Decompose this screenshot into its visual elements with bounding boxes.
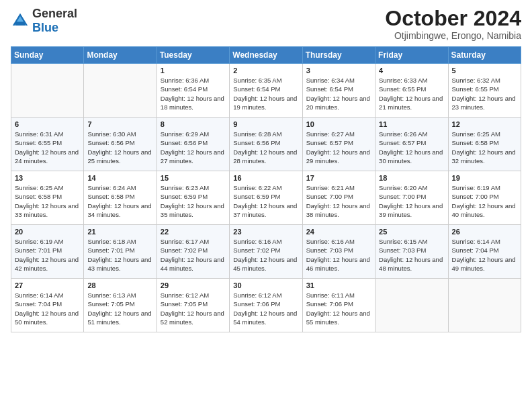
calendar-cell: 23Sunrise: 6:16 AMSunset: 7:02 PMDayligh… [230,225,302,279]
calendar-cell: 28Sunrise: 6:13 AMSunset: 7:05 PMDayligh… [84,279,157,332]
calendar-cell: 5Sunrise: 6:32 AMSunset: 6:55 PMDaylight… [448,64,521,118]
col-saturday: Saturday [448,47,521,64]
day-info: Sunrise: 6:19 AMSunset: 7:00 PMDaylight:… [452,183,517,219]
day-number: 23 [233,228,298,236]
header-row: Sunday Monday Tuesday Wednesday Thursday… [11,47,521,64]
day-info: Sunrise: 6:23 AMSunset: 6:59 PMDaylight:… [161,183,226,219]
day-number: 5 [452,66,517,75]
calendar-header: Sunday Monday Tuesday Wednesday Thursday… [11,47,521,64]
calendar-cell: 13Sunrise: 6:25 AMSunset: 6:58 PMDayligh… [11,171,84,225]
day-info: Sunrise: 6:32 AMSunset: 6:55 PMDaylight:… [452,76,517,111]
day-info: Sunrise: 6:14 AMSunset: 7:04 PMDaylight:… [452,237,517,273]
day-info: Sunrise: 6:34 AMSunset: 6:54 PMDaylight:… [306,76,371,111]
day-number: 3 [306,66,371,75]
calendar-week-4: 20Sunrise: 6:19 AMSunset: 7:01 PMDayligh… [11,225,521,279]
day-number: 29 [161,281,226,289]
calendar-week-1: 1Sunrise: 6:36 AMSunset: 6:54 PMDaylight… [11,64,521,118]
day-number: 20 [15,228,80,236]
day-number: 31 [306,281,371,289]
day-number: 7 [87,120,152,128]
day-number: 4 [379,66,444,75]
day-number: 11 [379,120,444,128]
day-number: 10 [306,120,371,128]
day-info: Sunrise: 6:12 AMSunset: 7:06 PMDaylight:… [233,291,298,326]
day-number: 6 [15,120,80,128]
logo: General Blue [11,7,77,35]
calendar-cell: 26Sunrise: 6:14 AMSunset: 7:04 PMDayligh… [448,225,521,279]
logo-blue: Blue [32,21,58,34]
col-thursday: Thursday [302,47,375,64]
day-info: Sunrise: 6:18 AMSunset: 7:01 PMDaylight:… [87,237,152,273]
day-number: 27 [15,281,80,289]
calendar-cell: 25Sunrise: 6:15 AMSunset: 7:03 PMDayligh… [375,225,448,279]
col-monday: Monday [84,47,157,64]
day-info: Sunrise: 6:20 AMSunset: 7:00 PMDaylight:… [379,183,444,219]
day-info: Sunrise: 6:26 AMSunset: 6:57 PMDaylight:… [379,130,444,165]
logo-icon [11,11,30,30]
calendar-cell: 29Sunrise: 6:12 AMSunset: 7:05 PMDayligh… [157,279,229,332]
day-info: Sunrise: 6:30 AMSunset: 6:56 PMDaylight:… [87,130,152,165]
location-subtitle: Otjimbingwe, Erongo, Namibia [385,30,521,41]
calendar-cell: 31Sunrise: 6:11 AMSunset: 7:06 PMDayligh… [302,279,375,332]
day-info: Sunrise: 6:15 AMSunset: 7:03 PMDaylight:… [379,237,444,273]
calendar-body: 1Sunrise: 6:36 AMSunset: 6:54 PMDaylight… [11,64,521,332]
calendar-cell: 24Sunrise: 6:16 AMSunset: 7:03 PMDayligh… [302,225,375,279]
col-friday: Friday [375,47,448,64]
day-info: Sunrise: 6:11 AMSunset: 7:06 PMDaylight:… [306,291,371,326]
day-info: Sunrise: 6:16 AMSunset: 7:03 PMDaylight:… [306,237,371,273]
calendar-cell: 20Sunrise: 6:19 AMSunset: 7:01 PMDayligh… [11,225,84,279]
day-number: 19 [452,174,517,182]
day-info: Sunrise: 6:12 AMSunset: 7:05 PMDaylight:… [161,291,226,326]
day-number: 25 [379,228,444,236]
calendar-cell [375,279,448,332]
calendar-cell: 21Sunrise: 6:18 AMSunset: 7:01 PMDayligh… [84,225,157,279]
svg-rect-2 [15,21,25,26]
day-info: Sunrise: 6:17 AMSunset: 7:02 PMDaylight:… [161,237,226,273]
day-info: Sunrise: 6:16 AMSunset: 7:02 PMDaylight:… [233,237,298,273]
calendar-cell: 9Sunrise: 6:28 AMSunset: 6:56 PMDaylight… [230,118,302,171]
calendar-cell: 11Sunrise: 6:26 AMSunset: 6:57 PMDayligh… [375,118,448,171]
day-number: 8 [161,120,226,128]
calendar-cell: 18Sunrise: 6:20 AMSunset: 7:00 PMDayligh… [375,171,448,225]
calendar-cell: 12Sunrise: 6:25 AMSunset: 6:58 PMDayligh… [448,118,521,171]
calendar-cell: 19Sunrise: 6:19 AMSunset: 7:00 PMDayligh… [448,171,521,225]
day-number: 16 [233,174,298,182]
calendar-week-3: 13Sunrise: 6:25 AMSunset: 6:58 PMDayligh… [11,171,521,225]
day-info: Sunrise: 6:29 AMSunset: 6:56 PMDaylight:… [161,130,226,165]
day-info: Sunrise: 6:36 AMSunset: 6:54 PMDaylight:… [161,76,226,111]
calendar-cell: 14Sunrise: 6:24 AMSunset: 6:58 PMDayligh… [84,171,157,225]
calendar-cell: 2Sunrise: 6:35 AMSunset: 6:54 PMDaylight… [230,64,302,118]
header: General Blue October 2024 Otjimbingwe, E… [11,7,521,41]
calendar-week-5: 27Sunrise: 6:14 AMSunset: 7:04 PMDayligh… [11,279,521,332]
day-info: Sunrise: 6:25 AMSunset: 6:58 PMDaylight:… [452,130,517,165]
calendar-cell: 3Sunrise: 6:34 AMSunset: 6:54 PMDaylight… [302,64,375,118]
day-number: 2 [233,66,298,75]
calendar-cell [84,64,157,118]
day-number: 26 [452,228,517,236]
page: General Blue October 2024 Otjimbingwe, E… [0,0,532,411]
day-info: Sunrise: 6:25 AMSunset: 6:58 PMDaylight:… [15,183,80,219]
day-info: Sunrise: 6:35 AMSunset: 6:54 PMDaylight:… [233,76,298,111]
day-info: Sunrise: 6:14 AMSunset: 7:04 PMDaylight:… [15,291,80,326]
day-info: Sunrise: 6:33 AMSunset: 6:55 PMDaylight:… [379,76,444,111]
calendar-cell: 16Sunrise: 6:22 AMSunset: 6:59 PMDayligh… [230,171,302,225]
calendar-cell: 10Sunrise: 6:27 AMSunset: 6:57 PMDayligh… [302,118,375,171]
day-info: Sunrise: 6:24 AMSunset: 6:58 PMDaylight:… [87,183,152,219]
day-info: Sunrise: 6:21 AMSunset: 7:00 PMDaylight:… [306,183,371,219]
day-info: Sunrise: 6:27 AMSunset: 6:57 PMDaylight:… [306,130,371,165]
col-wednesday: Wednesday [230,47,302,64]
calendar-cell [448,279,521,332]
day-number: 14 [87,174,152,182]
day-number: 18 [379,174,444,182]
calendar-cell: 17Sunrise: 6:21 AMSunset: 7:00 PMDayligh… [302,171,375,225]
day-number: 12 [452,120,517,128]
title-block: October 2024 Otjimbingwe, Erongo, Namibi… [385,7,521,41]
calendar-cell: 8Sunrise: 6:29 AMSunset: 6:56 PMDaylight… [157,118,229,171]
calendar-cell: 22Sunrise: 6:17 AMSunset: 7:02 PMDayligh… [157,225,229,279]
day-number: 1 [161,66,226,75]
month-title: October 2024 [385,7,521,30]
day-number: 21 [87,228,152,236]
calendar-cell: 27Sunrise: 6:14 AMSunset: 7:04 PMDayligh… [11,279,84,332]
day-info: Sunrise: 6:22 AMSunset: 6:59 PMDaylight:… [233,183,298,219]
logo-general: General [32,7,77,20]
